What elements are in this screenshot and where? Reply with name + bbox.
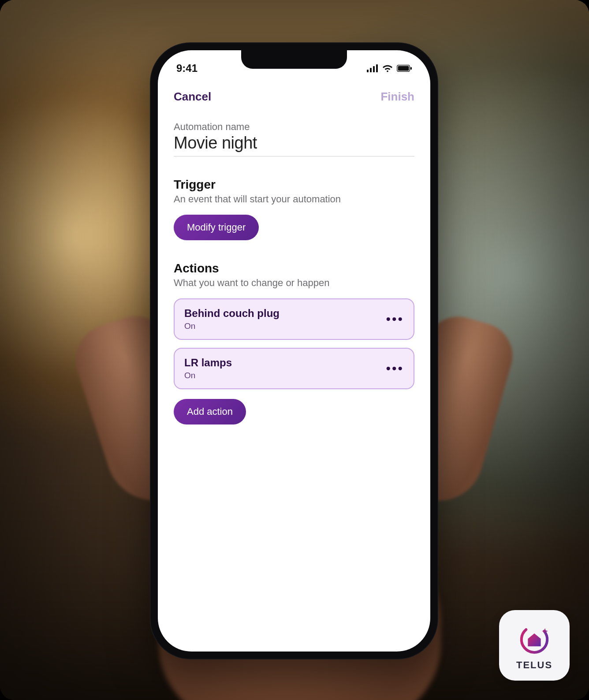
telus-label: TELUS — [516, 659, 552, 671]
svg-rect-0 — [367, 70, 369, 72]
status-icons — [367, 64, 412, 72]
actions-section: Actions What you want to change or happe… — [174, 261, 414, 424]
action-card-title: LR lamps — [184, 357, 232, 369]
wifi-icon — [382, 64, 393, 72]
action-card[interactable]: Behind couch plug On ••• — [174, 298, 414, 340]
phone-frame: 9:41 Cancel Finish Automation name Trigg… — [150, 42, 438, 659]
finish-button[interactable]: Finish — [380, 90, 414, 104]
actions-title: Actions — [174, 261, 414, 276]
svg-rect-1 — [370, 68, 372, 72]
action-card-title: Behind couch plug — [184, 307, 280, 320]
name-field-label: Automation name — [174, 121, 414, 133]
more-icon[interactable]: ••• — [386, 366, 404, 371]
telus-home-icon — [515, 620, 553, 658]
svg-rect-5 — [398, 66, 409, 71]
action-card-state: On — [184, 321, 280, 331]
automation-name-field: Automation name — [174, 121, 414, 156]
phone-notch — [241, 50, 347, 69]
nav-bar: Cancel Finish — [158, 77, 430, 106]
status-time: 9:41 — [176, 62, 198, 74]
trigger-section: Trigger An event that will start your au… — [174, 178, 414, 240]
cancel-button[interactable]: Cancel — [174, 90, 211, 104]
svg-rect-3 — [376, 64, 378, 72]
trigger-subtitle: An event that will start your automation — [174, 194, 414, 205]
battery-icon — [397, 65, 412, 72]
automation-name-input[interactable] — [174, 134, 414, 156]
add-action-button[interactable]: Add action — [174, 399, 246, 424]
trigger-title: Trigger — [174, 178, 414, 192]
svg-rect-6 — [410, 67, 412, 70]
more-icon[interactable]: ••• — [386, 316, 404, 322]
svg-rect-2 — [373, 66, 375, 72]
actions-subtitle: What you want to change or happen — [174, 277, 414, 289]
action-card[interactable]: LR lamps On ••• — [174, 348, 414, 389]
cellular-icon — [367, 64, 378, 72]
phone-screen: 9:41 Cancel Finish Automation name Trigg… — [158, 50, 430, 652]
action-card-state: On — [184, 371, 232, 380]
modify-trigger-button[interactable]: Modify trigger — [174, 215, 259, 240]
telus-badge: TELUS — [499, 610, 570, 681]
